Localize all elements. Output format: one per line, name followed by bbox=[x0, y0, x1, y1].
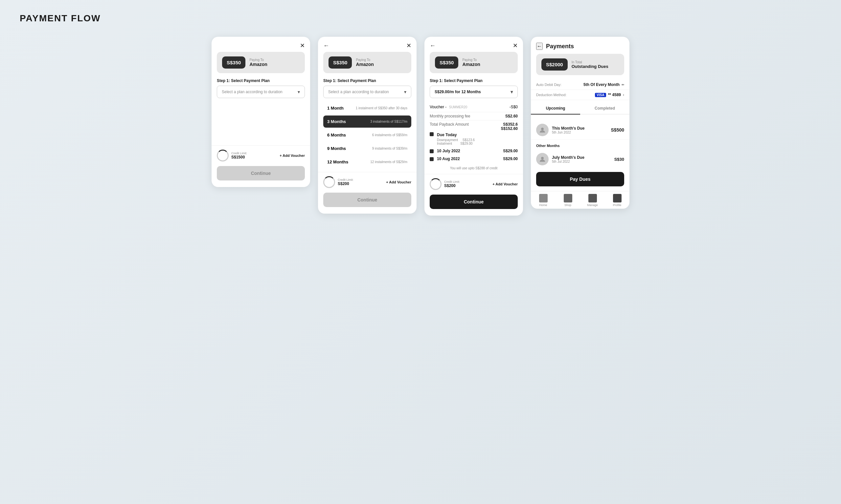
tab-upcoming[interactable]: Upcoming bbox=[531, 103, 580, 114]
close-button-1[interactable]: ✕ bbox=[300, 42, 305, 49]
plan-option-12-months[interactable]: 12 Months 12 instalments of S$29/m bbox=[323, 156, 411, 168]
payments-title: Payments bbox=[546, 43, 574, 50]
step-label-1: Step 1: Select Payment Plan bbox=[211, 78, 310, 86]
july-label: July Month's Due bbox=[552, 155, 584, 160]
paying-to-label-1: Paying To bbox=[250, 58, 267, 62]
topbar-2: ← ✕ bbox=[318, 37, 416, 52]
topbar-3: ← ✕ bbox=[425, 37, 523, 52]
payments-tabs: Upcoming Completed bbox=[531, 103, 630, 114]
plan-dropdown-1[interactable]: Select a plan according to duration ▾ bbox=[217, 86, 305, 98]
plan-name-5: 12 Months bbox=[327, 160, 348, 164]
amount-badge-2: S$350 bbox=[328, 56, 352, 69]
bottom-bar-3: Credit Limit: S$200 + Add Voucher bbox=[425, 174, 523, 190]
tab-completed[interactable]: Completed bbox=[580, 103, 630, 114]
bottom-bar-1: Credit Limit: S$1500 + Add Voucher bbox=[211, 145, 310, 161]
continue-button-3[interactable]: Continue bbox=[430, 195, 518, 209]
credit-info-2: Credit Limit: S$200 bbox=[323, 176, 354, 188]
credit-info-1: Credit Limit: S$1500 bbox=[217, 150, 247, 161]
july-card: July Month's Due 5th Jul 2022 S$30 bbox=[531, 150, 630, 169]
step-label-2: Step 1: Select Payment Plan bbox=[318, 78, 416, 86]
chevron-down-icon-3: ▾ bbox=[511, 89, 513, 94]
plan-option-9-months[interactable]: 9 Months 9 instalments of S$39/m bbox=[323, 142, 411, 155]
back-button-3[interactable]: ← bbox=[430, 42, 435, 49]
monthly-fee-row: Monthly processing fee S$2.60 bbox=[430, 112, 518, 120]
credit-label-1: Credit Limit: bbox=[231, 151, 247, 155]
this-month-section bbox=[531, 114, 630, 121]
svg-point-0 bbox=[541, 128, 544, 130]
screens-container: ✕ S$350 Paying To Amazon Step 1: Select … bbox=[20, 37, 821, 216]
nav-home[interactable]: Home bbox=[531, 194, 555, 207]
deduction-label: Deduction Method: bbox=[536, 93, 566, 97]
shop-icon bbox=[564, 194, 572, 202]
this-month-card: This Month's Due 5th Jun 2022 S$500 bbox=[531, 121, 630, 140]
plan-desc-1: 1 instalment of S$350 after 30 days bbox=[356, 106, 407, 110]
total-value: S$352.6 bbox=[503, 122, 518, 127]
back-button-4[interactable]: ← bbox=[536, 43, 543, 50]
timeline-3: Due Today S$152.60 Downpayment S$123.6 I… bbox=[425, 128, 523, 161]
plan-option-6-months[interactable]: 6 Months 6 instalments of S$59/m bbox=[323, 129, 411, 141]
chevron-down-icon-1: ▾ bbox=[298, 89, 300, 94]
plan-desc-3: 6 instalments of S$59/m bbox=[372, 133, 407, 137]
credit-amount-3: S$200 bbox=[444, 183, 460, 188]
credit-arc-3 bbox=[430, 178, 442, 190]
outstanding-sub: Outstanding Dues bbox=[572, 64, 608, 69]
monthly-fee-value: S$2.60 bbox=[505, 114, 518, 119]
chevron-right-icon[interactable]: › bbox=[623, 92, 624, 97]
topbar-1: ✕ bbox=[211, 37, 310, 52]
visa-badge: VISA bbox=[595, 93, 606, 97]
screen-2: ← ✕ S$350 Paying To Amazon Step 1: Selec… bbox=[318, 37, 416, 214]
plan-option-3-months[interactable]: 3 Months 3 instalments of S$117/m bbox=[323, 115, 411, 128]
voucher-value: -S$0 bbox=[510, 105, 518, 109]
home-icon bbox=[539, 194, 548, 202]
voucher-button-2[interactable]: + Add Voucher bbox=[386, 180, 411, 184]
nav-shop[interactable]: Shop bbox=[555, 194, 580, 207]
pay-dues-button[interactable]: Pay Dues bbox=[536, 172, 624, 186]
this-month-label: This Month's Due bbox=[552, 126, 585, 131]
continue-button-2[interactable]: Continue bbox=[323, 193, 411, 207]
timeline-due-today: Due Today S$152.60 Downpayment S$123.6 I… bbox=[430, 131, 518, 145]
bottom-bar-2: Credit Limit: S$200 + Add Voucher bbox=[318, 172, 416, 188]
due-today-sub: Downpayment S$123.6 Instalment S$29.00 bbox=[437, 138, 518, 145]
auto-debit-label: Auto Debit Day: bbox=[536, 83, 562, 87]
nav-profile[interactable]: Profile bbox=[605, 194, 630, 207]
due-today-amount: S$152.60 bbox=[501, 126, 518, 131]
credit-amount-2: S$200 bbox=[338, 181, 354, 186]
screen-1: ✕ S$350 Paying To Amazon Step 1: Select … bbox=[211, 37, 310, 187]
plan-option-1-month[interactable]: 1 Month 1 instalment of S$350 after 30 d… bbox=[323, 102, 411, 114]
svg-point-1 bbox=[541, 157, 544, 160]
plan-dropdown-3[interactable]: S$29.00/m for 12 Months ▾ bbox=[430, 86, 518, 98]
other-months-label: Other Months bbox=[531, 140, 630, 150]
amount-badge-3: S$350 bbox=[435, 56, 458, 69]
edit-icon[interactable]: ✏ bbox=[621, 83, 624, 87]
chevron-down-icon-2: ▾ bbox=[404, 89, 406, 94]
profile-icon bbox=[613, 194, 621, 202]
nav-shop-label: Shop bbox=[564, 203, 571, 207]
due-today-label: Due Today bbox=[437, 132, 457, 137]
deduction-value: VISA ** 4589 › bbox=[595, 92, 624, 97]
timeline-aug: 10 Aug 2022 S$29.00 bbox=[430, 157, 518, 161]
voucher-button-3[interactable]: + Add Voucher bbox=[493, 182, 518, 186]
credit-note-3: You will use upto S$288 of credit bbox=[425, 164, 523, 170]
voucher-label: Voucher - SUMMER20 bbox=[430, 105, 467, 109]
voucher-row: Voucher - SUMMER20 -S$0 bbox=[430, 102, 518, 112]
plan-desc-5: 12 instalments of S$29/m bbox=[370, 160, 407, 164]
continue-button-1[interactable]: Continue bbox=[217, 166, 305, 180]
auto-debit-value: 5th Of Every Month ✏ bbox=[583, 83, 624, 87]
dropdown-placeholder-2: Select a plan according to duration bbox=[328, 90, 389, 94]
nav-manage[interactable]: Manage bbox=[580, 194, 605, 207]
credit-amount-1: S$1500 bbox=[231, 155, 247, 160]
step-label-3: Step 1: Select Payment Plan bbox=[425, 78, 523, 86]
close-button-2[interactable]: ✕ bbox=[406, 42, 411, 49]
july-amount: S$30 bbox=[614, 157, 624, 162]
plan-desc-4: 9 instalments of S$39/m bbox=[372, 147, 407, 150]
nav-profile-label: Profile bbox=[613, 203, 621, 207]
voucher-code: SUMMER20 bbox=[449, 105, 467, 109]
close-button-3[interactable]: ✕ bbox=[513, 42, 518, 49]
back-button-2[interactable]: ← bbox=[323, 42, 329, 49]
paying-to-name-1: Amazon bbox=[250, 62, 267, 67]
nav-home-label: Home bbox=[539, 203, 547, 207]
july-amount: S$29.00 bbox=[503, 149, 518, 153]
voucher-button-1[interactable]: + Add Voucher bbox=[279, 154, 305, 158]
plan-dropdown-2[interactable]: Select a plan according to duration ▾ bbox=[323, 86, 411, 98]
aug-amount: S$29.00 bbox=[503, 157, 518, 161]
